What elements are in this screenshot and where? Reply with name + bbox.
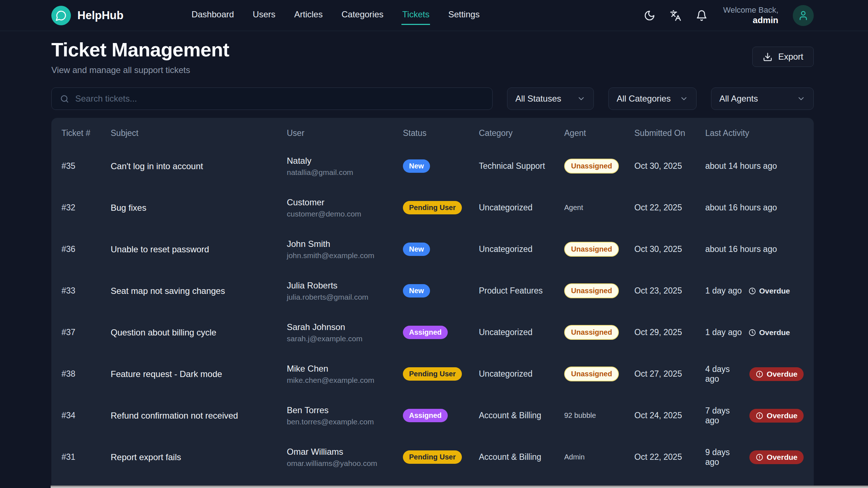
agent-cell: Admin <box>564 453 634 461</box>
ticket-id: #37 <box>61 328 111 337</box>
nav-item-users[interactable]: Users <box>252 6 276 25</box>
table-row[interactable]: #38Feature request - Dark modeMike Chenm… <box>61 353 804 395</box>
agent-unassigned-badge: Unassigned <box>564 242 619 257</box>
category-cell: Technical Support <box>479 161 564 171</box>
overdue-indicator: Overdue <box>748 287 790 295</box>
agent-unassigned-badge: Unassigned <box>564 159 619 174</box>
topbar-actions: Welcome Back, admin <box>644 5 814 26</box>
user-cell: Sarah Johnsonsarah.j@example.com <box>287 322 403 343</box>
table-row[interactable]: #32Bug fixesCustomercustomer@demo.comPen… <box>61 187 804 228</box>
chevron-down-icon <box>797 94 805 103</box>
nav-item-tickets[interactable]: Tickets <box>401 6 430 25</box>
table-row[interactable]: #31Report export failsOmar Williamsomar.… <box>61 436 804 478</box>
user-cell: John Smithjohn.smith@example.com <box>287 239 403 260</box>
activity-time: about 16 hours ago <box>705 203 777 213</box>
ticket-id: #36 <box>61 244 111 254</box>
main-content: Ticket Management View and manage all su… <box>0 38 868 488</box>
overdue-badge: Overdue <box>749 367 804 381</box>
nav-item-dashboard[interactable]: Dashboard <box>191 6 234 25</box>
ticket-subject: Can't log in into account <box>111 161 287 171</box>
category-cell: Uncategorized <box>479 328 564 337</box>
nav-item-articles[interactable]: Articles <box>294 6 324 25</box>
last-activity-cell: about 16 hours ago <box>705 203 804 213</box>
user-name: Nataly <box>287 156 311 166</box>
table-row[interactable]: #37Question about billing cycleSarah Joh… <box>61 312 804 353</box>
category-filter-value: All Categories <box>617 94 671 104</box>
export-button[interactable]: Export <box>752 47 814 67</box>
chevron-down-icon <box>680 94 688 103</box>
nav-item-categories[interactable]: Categories <box>341 6 384 25</box>
moon-icon[interactable] <box>644 10 655 21</box>
column-header-activity: Last Activity <box>705 125 804 138</box>
user-name: Mike Chen <box>287 364 328 374</box>
translate-icon[interactable] <box>670 10 681 21</box>
status-badge: Pending User <box>403 367 462 381</box>
status-cell: Pending User <box>403 201 479 214</box>
user-cell: Omar Williamsomar.williams@yahoo.com <box>287 447 403 468</box>
brand-name: HelpHub <box>77 9 123 22</box>
overdue-indicator: Overdue <box>748 328 790 337</box>
brand-logo[interactable]: HelpHub <box>51 6 123 25</box>
overdue-label: Overdue <box>767 411 797 420</box>
user-email: sarah.j@example.com <box>287 334 362 343</box>
alert-circle-icon <box>756 370 763 378</box>
status-badge: Assigned <box>403 326 448 339</box>
agent-unassigned-badge: Unassigned <box>564 283 619 298</box>
user-cell: Julia Robertsjulia.roberts@gmail.com <box>287 281 403 301</box>
submitted-date: Oct 22, 2025 <box>634 452 705 462</box>
status-filter-value: All Statuses <box>515 94 561 104</box>
tickets-table: Ticket # Subject User Status Category Ag… <box>51 118 814 488</box>
user-email: customer@demo.com <box>287 210 361 218</box>
table-row[interactable]: #34Refund confirmation not receivedBen T… <box>61 395 804 436</box>
user-cell: Natalynatallia@gmail.com <box>287 156 403 177</box>
agent-cell: Unassigned <box>564 325 634 340</box>
page-header: Ticket Management View and manage all su… <box>51 38 814 75</box>
activity-time: 1 day ago <box>705 328 742 337</box>
submitted-date: Oct 23, 2025 <box>634 286 705 296</box>
table-row[interactable]: #35Can't log in into accountNatalynatall… <box>61 145 804 187</box>
ticket-subject: Refund confirmation not received <box>111 411 287 421</box>
table-row[interactable]: #36Unable to reset passwordJohn Smithjoh… <box>61 228 804 270</box>
overdue-label: Overdue <box>767 453 797 462</box>
clock-icon <box>748 287 756 295</box>
alert-circle-icon <box>756 412 763 420</box>
category-cell: Uncategorized <box>479 244 564 254</box>
user-email: mike.chen@example.com <box>287 376 374 385</box>
ticket-subject: Feature request - Dark mode <box>111 369 287 379</box>
avatar[interactable] <box>793 5 814 26</box>
agent-filter-select[interactable]: All Agents <box>711 87 814 110</box>
column-header-category: Category <box>479 125 564 138</box>
download-icon <box>763 52 773 62</box>
page-title: Ticket Management <box>51 38 229 61</box>
user-name: Customer <box>287 197 324 207</box>
overdue-label: Overdue <box>767 370 797 378</box>
agent-unassigned-badge: Unassigned <box>564 325 619 340</box>
horizontal-scrollbar[interactable] <box>51 485 868 488</box>
overdue-label: Overdue <box>759 328 790 337</box>
user-email: omar.williams@yahoo.com <box>287 459 377 468</box>
column-header-agent: Agent <box>564 125 634 138</box>
agent-unassigned-badge: Unassigned <box>564 367 619 381</box>
user-name: Julia Roberts <box>287 281 337 291</box>
submitted-date: Oct 27, 2025 <box>634 369 705 379</box>
agent-cell: Agent <box>564 204 634 212</box>
agent-name: Admin <box>564 453 585 461</box>
column-header-subject: Subject <box>111 125 287 138</box>
status-filter-select[interactable]: All Statuses <box>507 87 594 110</box>
agent-name: Agent <box>564 204 583 212</box>
last-activity-cell: about 16 hours ago <box>705 244 804 254</box>
activity-time: about 14 hours ago <box>705 161 777 171</box>
search-input[interactable] <box>75 94 484 104</box>
category-filter-select[interactable]: All Categories <box>608 87 697 110</box>
bell-icon[interactable] <box>696 10 707 21</box>
table-header: Ticket # Subject User Status Category Ag… <box>61 118 804 145</box>
submitted-date: Oct 22, 2025 <box>634 203 705 213</box>
agent-cell: Unassigned <box>564 242 634 257</box>
status-badge: New <box>403 243 430 256</box>
column-header-status: Status <box>403 125 479 138</box>
last-activity-cell: 9 days agoOverdue <box>705 448 804 467</box>
column-header-submitted: Submitted On <box>634 125 705 138</box>
user-email: julia.roberts@gmail.com <box>287 293 369 301</box>
table-row[interactable]: #33Seat map not saving changesJulia Robe… <box>61 270 804 312</box>
nav-item-settings[interactable]: Settings <box>447 6 480 25</box>
